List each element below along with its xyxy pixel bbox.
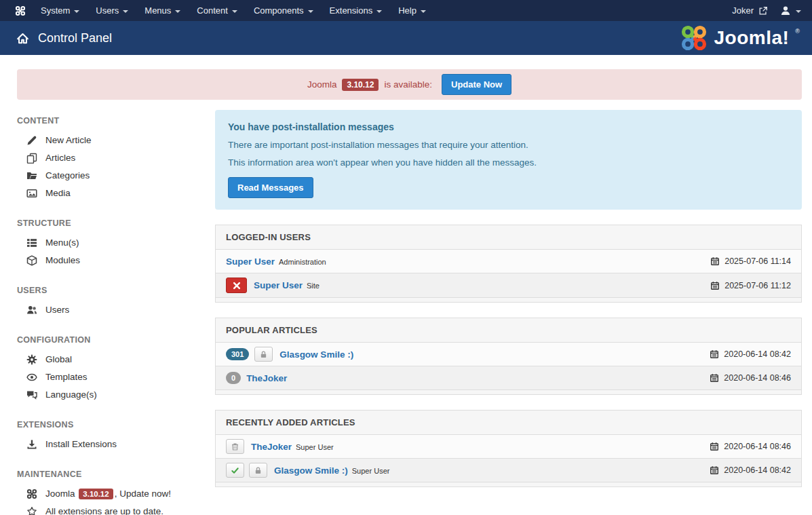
chevron-down-icon — [232, 10, 237, 13]
sidebar-item-label: Users — [45, 304, 69, 316]
version-badge: 3.10.12 — [79, 489, 113, 499]
menu-label: Users — [96, 5, 119, 16]
menu-help[interactable]: Help — [390, 0, 434, 21]
registered-mark: ® — [795, 28, 800, 35]
popular-articles-panel: POPULAR ARTICLES 301 Glasgow Smile :) 20… — [215, 318, 802, 395]
version-badge: 3.10.12 — [342, 79, 379, 91]
chevron-down-icon — [175, 10, 180, 13]
article-link[interactable]: Glasgow Smile :) — [279, 349, 353, 360]
published-state-button[interactable] — [226, 463, 244, 478]
sidebar-item-categories[interactable]: Categories — [17, 167, 215, 185]
menu-content[interactable]: Content — [189, 0, 246, 21]
sidebar-item-label: New Article — [45, 134, 92, 147]
sidebar-item-media[interactable]: Media — [17, 185, 215, 202]
folder-open-icon — [26, 170, 37, 181]
user-link[interactable]: Super User — [226, 256, 275, 267]
sidebar-item-articles[interactable]: Articles — [17, 149, 215, 167]
lock-icon — [259, 350, 268, 359]
sidebar-item-extensions-status[interactable]: All extensions are up to date. — [17, 503, 215, 515]
menu-label: Menus — [144, 5, 171, 16]
joomla-update-alert: Joomla 3.10.12 is available: Update Now — [17, 69, 802, 100]
chevron-down-icon — [376, 10, 382, 13]
calendar-icon — [710, 465, 719, 475]
sidebar-item-label: All extensions are up to date. — [45, 506, 163, 515]
check-icon — [231, 466, 239, 475]
checked-out-lock-button[interactable] — [254, 347, 273, 362]
recent-article-row: Glasgow Smile :) Super User 2020-06-14 0… — [216, 458, 801, 482]
created-date: 2020-06-14 08:42 — [710, 349, 791, 359]
date-text: 2020-06-14 08:42 — [724, 349, 791, 359]
sidebar-section-structure: STRUCTURE — [17, 218, 215, 228]
sidebar-item-global[interactable]: Global — [17, 351, 215, 368]
sidebar-section-configuration: CONFIGURATION — [17, 335, 215, 345]
menu-menus[interactable]: Menus — [136, 0, 189, 21]
top-nav-right: Joker — [732, 5, 801, 16]
alert-suffix-text: is available: — [384, 79, 432, 90]
read-messages-button[interactable]: Read Messages — [228, 177, 313, 198]
content-layout: CONTENT New Article Articles Cat — [0, 100, 812, 515]
sidebar-item-menus[interactable]: Menu(s) — [17, 234, 215, 252]
postinstall-title: You have post-installation messages — [228, 121, 789, 132]
top-nav-bar: System Users Menus Content Components Ex… — [0, 0, 812, 21]
date-text: 2025-07-06 11:12 — [724, 281, 791, 290]
sidebar-item-templates[interactable]: Templates — [17, 368, 215, 386]
hits-badge: 301 — [226, 348, 249, 360]
sidebar-item-new-article[interactable]: New Article — [17, 132, 215, 149]
sidebar-item-modules[interactable]: Modules — [17, 252, 215, 269]
panel-title: POPULAR ARTICLES — [216, 318, 801, 342]
article-link[interactable]: TheJoker — [251, 442, 292, 452]
menu-label: Help — [398, 5, 417, 16]
joomla-brand[interactable]: Joomla! ® — [680, 24, 800, 52]
gear-icon — [26, 354, 37, 365]
user-link[interactable]: Super User — [254, 280, 303, 290]
chevron-down-icon — [308, 10, 313, 13]
external-link-icon — [758, 6, 768, 16]
article-author: Super User — [296, 443, 334, 451]
joomla-logo-icon — [680, 24, 708, 52]
panel-title: LOGGED-IN USERS — [216, 225, 801, 249]
article-link[interactable]: Glasgow Smile :) — [274, 465, 348, 476]
logged-in-user-row: Super User Site 2025-07-06 11:12 — [216, 273, 801, 297]
joomla-admin-control-panel: System Users Menus Content Components Ex… — [0, 0, 812, 515]
last-activity: 2025-07-06 11:14 — [710, 256, 791, 266]
update-now-button[interactable]: Update Now — [442, 74, 511, 95]
postinstall-line1: There are important post-installation me… — [228, 140, 789, 150]
logout-user-button[interactable] — [226, 278, 247, 293]
user-profile-menu[interactable] — [780, 5, 801, 16]
title-bar: Control Panel Joomla! ® — [0, 21, 812, 55]
menu-users[interactable]: Users — [88, 0, 136, 21]
calendar-icon — [710, 442, 719, 451]
joomla-knot-icon — [15, 5, 26, 16]
sidebar-item-languages[interactable]: Language(s) — [17, 386, 215, 404]
chevron-down-icon — [796, 10, 801, 13]
panel-footer — [216, 389, 801, 394]
sidebar-section-users: USERS — [17, 286, 215, 295]
menu-components[interactable]: Components — [246, 0, 322, 21]
checked-out-lock-button[interactable] — [249, 463, 267, 478]
logged-in-users-panel: LOGGED-IN USERS Super User Administratio… — [215, 225, 802, 303]
date-text: 2020-06-14 08:46 — [724, 373, 791, 383]
calendar-icon — [710, 256, 720, 266]
sidebar-item-joomla-update[interactable]: Joomla 3.10.12, Update now! — [17, 485, 215, 503]
maintenance-prefix: Joomla — [45, 489, 75, 499]
list-icon — [26, 237, 37, 248]
sidebar-item-label: Menu(s) — [45, 237, 79, 249]
calendar-icon — [710, 349, 719, 359]
sidebar-item-install-extensions[interactable]: Install Extensions — [17, 436, 215, 453]
maintenance-suffix: , Update now! — [115, 489, 171, 499]
person-icon — [780, 5, 791, 16]
sidebar-item-users[interactable]: Users — [17, 301, 215, 319]
recent-article-row: TheJoker Super User 2020-06-14 08:46 — [216, 434, 801, 458]
calendar-icon — [710, 373, 719, 383]
menu-system[interactable]: System — [33, 0, 88, 21]
preview-site-link[interactable]: Joker — [732, 5, 768, 16]
date-text: 2020-06-14 08:42 — [724, 465, 791, 475]
hits-badge: 0 — [226, 372, 241, 384]
article-link[interactable]: TheJoker — [246, 373, 287, 383]
page-title: Control Panel — [38, 31, 112, 45]
menu-extensions[interactable]: Extensions — [322, 0, 391, 21]
postinstall-line2: This information area won't appear when … — [228, 157, 789, 168]
trashed-state-button[interactable] — [226, 439, 244, 454]
sidebar-item-label: Global — [45, 354, 72, 366]
last-activity: 2025-07-06 11:12 — [710, 281, 791, 290]
